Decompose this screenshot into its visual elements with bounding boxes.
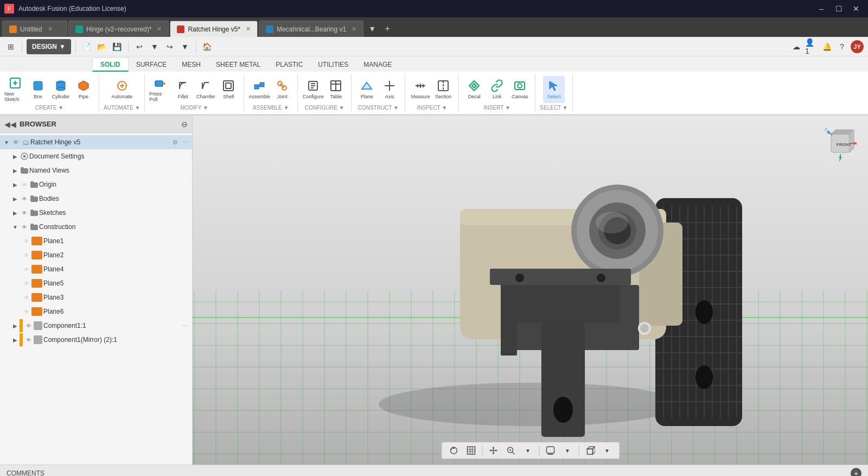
tree-item-plane3[interactable]: 👁 Plane3 — [0, 290, 192, 304]
viewport-tool-orbit[interactable] — [446, 444, 461, 457]
modify-chamfer-icon[interactable]: Chamfer — [195, 76, 216, 103]
construct-plane-icon[interactable]: Plane — [356, 76, 378, 103]
viewport-tool-display-dropdown[interactable]: ▼ — [560, 444, 575, 457]
plane1-visibility-icon[interactable]: 👁 — [22, 236, 31, 246]
open-file-icon[interactable]: 📂 — [95, 40, 108, 53]
joint-icon[interactable]: Joint — [271, 76, 293, 103]
viewport-tool-zoom-dropdown[interactable]: ▼ — [520, 444, 535, 457]
viewport-tool-view-cube[interactable] — [582, 444, 597, 457]
configure-icon[interactable]: Configure — [302, 76, 324, 103]
tab-solid[interactable]: SOLID — [92, 58, 129, 72]
tab-close-bearing[interactable]: ✕ — [352, 26, 356, 33]
namedviews-expand-icon[interactable]: ▶ — [11, 166, 20, 175]
insert-decal-icon[interactable]: Decal — [463, 76, 485, 103]
root-visibility-icon[interactable]: 👁 — [11, 137, 21, 147]
user-count-icon[interactable]: 👤1 — [805, 40, 818, 53]
tab-manage[interactable]: MANAGE — [356, 58, 399, 72]
configure-table-icon[interactable]: Table — [325, 76, 347, 103]
tab-ratchet[interactable]: Ratchet Hinge v5* ✕ — [170, 21, 258, 37]
root-expand-icon[interactable]: ▼ — [2, 138, 11, 147]
tab-bearing[interactable]: Mecahnical...Bearing v1 ✕ — [259, 21, 363, 37]
create-solid-icon[interactable]: Box — [27, 76, 49, 103]
tab-close-hinge[interactable]: ✕ — [157, 26, 162, 33]
new-file-icon[interactable]: 📄 — [80, 40, 93, 53]
modify-shell-icon[interactable]: Shell — [218, 76, 239, 103]
browser-collapse-icon[interactable]: ◀◀ — [4, 120, 16, 129]
undo-dropdown-icon[interactable]: ▼ — [148, 40, 161, 53]
tab-sheet-metal[interactable]: SHEET METAL — [208, 58, 268, 72]
select-icon[interactable]: Select — [543, 76, 565, 103]
root-extra-icon[interactable]: ⋯ — [180, 137, 190, 147]
create-sketch-icon[interactable]: New Sketch — [4, 76, 26, 103]
comp1-visibility-icon[interactable]: 👁 — [24, 321, 34, 331]
minimize-button[interactable]: – — [814, 3, 829, 14]
tree-item-plane2[interactable]: 👁 Plane2 — [0, 248, 192, 262]
viewport-tool-display[interactable] — [542, 444, 558, 457]
tree-item-document-settings[interactable]: ▶ Document Settings — [0, 149, 192, 163]
viewport-tool-zoom[interactable] — [503, 444, 518, 457]
viewport-tool-pan[interactable] — [486, 444, 501, 457]
tab-close-ratchet[interactable]: ✕ — [246, 26, 251, 33]
tab-close-untitled[interactable]: ✕ — [48, 26, 53, 33]
user-avatar[interactable]: JY — [851, 40, 864, 53]
modify-press-pull-icon[interactable]: Press Pull — [149, 76, 171, 103]
tree-item-origin[interactable]: ▶ 👁 Origin — [0, 177, 192, 192]
bodies-visibility-icon[interactable]: 👁 — [20, 194, 29, 204]
insert-link-icon[interactable]: Link — [486, 76, 508, 103]
viewport[interactable]: FRONT X Y Z — [193, 116, 868, 465]
tree-item-plane5[interactable]: 👁 Plane5 — [0, 276, 192, 290]
close-button[interactable]: ✕ — [848, 3, 864, 14]
tab-hinge[interactable]: Hinge (v2~recovered)* ✕ — [68, 21, 169, 37]
construction-visibility-icon[interactable]: 👁 — [20, 222, 29, 232]
help-icon[interactable]: ? — [835, 40, 848, 53]
cloud-icon[interactable]: ☁ — [790, 40, 803, 53]
tree-item-component1-mirror[interactable]: ▶ 👁 Component1(Mirror) (2):1 — [0, 333, 192, 347]
comp1mirror-expand-icon[interactable]: ▶ — [11, 335, 20, 344]
docsettings-expand-icon[interactable]: ▶ — [11, 152, 20, 161]
redo-dropdown-icon[interactable]: ▼ — [178, 40, 192, 53]
maximize-button[interactable]: ☐ — [831, 3, 846, 14]
modify-fillet-icon[interactable]: Fillet — [172, 76, 194, 103]
assemble-icon[interactable]: Assemble — [248, 76, 270, 103]
plane5-visibility-icon[interactable]: 👁 — [22, 278, 31, 288]
sketches-expand-icon[interactable]: ▶ — [11, 208, 20, 217]
plane3-visibility-icon[interactable]: 👁 — [22, 293, 31, 302]
plane2-visibility-icon[interactable]: 👁 — [22, 250, 31, 260]
create-cylinder-icon[interactable]: Cylinder — [50, 76, 72, 103]
tab-add-button[interactable]: + — [380, 21, 395, 37]
tab-plastic[interactable]: PLASTIC — [268, 58, 310, 72]
tree-root[interactable]: ▼ 👁 🗂 Ratchet Hinge v5 ⚙ ⋯ — [0, 135, 192, 149]
redo-icon[interactable]: ↪ — [163, 40, 176, 53]
bell-icon[interactable]: 🔔 — [820, 40, 833, 53]
plane6-visibility-icon[interactable]: 👁 — [22, 307, 31, 316]
inspect-section-icon[interactable]: Section — [432, 76, 454, 103]
tab-utilities[interactable]: UTILITIES — [310, 58, 356, 72]
bodies-expand-icon[interactable]: ▶ — [11, 194, 20, 203]
grid-menu-icon[interactable]: ⊞ — [4, 40, 17, 53]
tree-item-bodies[interactable]: ▶ 👁 Bodies — [0, 192, 192, 206]
origin-expand-icon[interactable]: ▶ — [11, 180, 20, 189]
tree-item-plane6[interactable]: 👁 Plane6 — [0, 304, 192, 319]
home-icon[interactable]: 🏠 — [201, 40, 214, 53]
tree-item-construction[interactable]: ▼ 👁 Construction — [0, 220, 192, 234]
root-settings-icon[interactable]: ⚙ — [170, 137, 180, 147]
tree-item-plane4[interactable]: 👁 Plane4 — [0, 262, 192, 276]
tab-untitled[interactable]: Untitled ✕ — [2, 21, 67, 37]
inspect-measure-icon[interactable]: Measure — [410, 76, 431, 103]
create-pipe-icon[interactable]: Pipe — [73, 76, 94, 103]
undo-icon[interactable]: ↩ — [133, 40, 146, 53]
viewport-tool-view-dropdown[interactable]: ▼ — [599, 444, 615, 457]
comments-add-button[interactable]: + — [851, 468, 861, 477]
tree-item-component1[interactable]: ▶ 👁 Component1:1 ⋯ — [0, 319, 192, 333]
viewport-tool-grid[interactable] — [463, 444, 478, 457]
origin-visibility-icon[interactable]: 👁 — [20, 180, 29, 189]
comp1-expand-icon[interactable]: ▶ — [11, 321, 20, 330]
insert-screenshot-icon[interactable]: Canvas — [509, 76, 531, 103]
tab-mesh[interactable]: MESH — [174, 58, 208, 72]
comp1-extra-icon[interactable]: ⋯ — [180, 321, 190, 331]
comp1mirror-visibility-icon[interactable]: 👁 — [24, 335, 34, 345]
plane4-visibility-icon[interactable]: 👁 — [22, 264, 31, 274]
browser-settings-icon[interactable]: ⊖ — [181, 120, 188, 129]
tab-overflow-button[interactable]: ▼ — [365, 21, 380, 37]
tree-item-sketches[interactable]: ▶ 👁 Sketches — [0, 206, 192, 220]
